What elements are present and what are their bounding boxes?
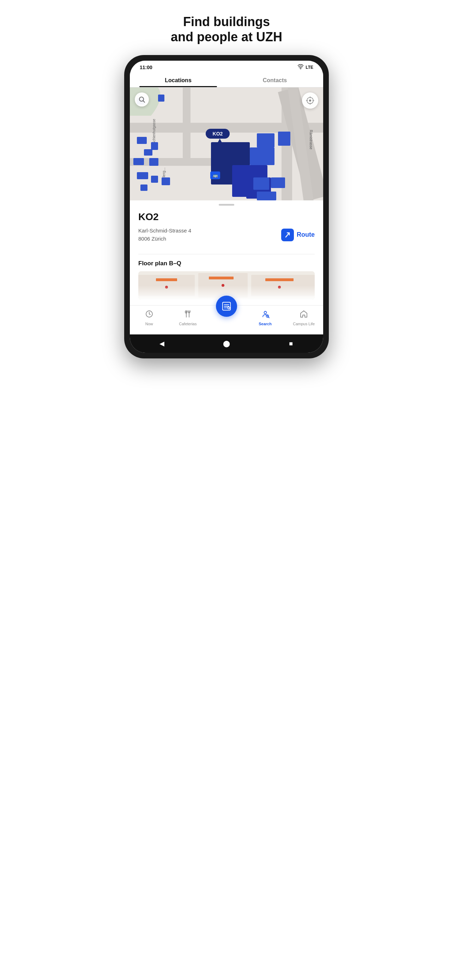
building-info: KO2 Karl-Schmid-Strasse 4 8006 Zürich	[130, 211, 323, 254]
nav-campus-life-label: Campus Life	[293, 322, 315, 326]
svg-line-37	[143, 101, 145, 103]
svg-line-62	[149, 314, 150, 315]
recents-button[interactable]: ■	[286, 339, 296, 348]
svg-line-67	[268, 317, 269, 318]
tab-locations[interactable]: Locations	[130, 72, 227, 87]
clock-icon	[145, 310, 153, 320]
building-name: KO2	[138, 211, 315, 223]
nav-cafeterias[interactable]: Cafeterias	[168, 308, 207, 328]
drag-handle	[219, 204, 234, 206]
svg-point-39	[309, 99, 311, 102]
phone-screen: 11:00 LTE Locations	[130, 60, 323, 353]
svg-rect-20	[278, 132, 290, 146]
phone-shell: 11:00 LTE Locations	[124, 55, 329, 358]
nav-campus-life[interactable]: Campus Life	[285, 308, 323, 328]
svg-text:Schienhutgasse: Schienhutgasse	[152, 119, 156, 144]
android-nav-bar: ◀ ⬤ ■	[130, 334, 323, 353]
nav-now[interactable]: Now	[130, 308, 168, 328]
floor-plan-preview[interactable]	[138, 271, 315, 299]
svg-point-65	[264, 312, 266, 314]
svg-rect-27	[257, 192, 276, 200]
search-person-icon	[261, 310, 270, 320]
svg-rect-17	[162, 177, 170, 185]
svg-rect-24	[250, 148, 275, 165]
svg-rect-4	[183, 88, 191, 158]
svg-rect-48	[156, 278, 177, 281]
status-icons: LTE	[298, 64, 313, 70]
svg-rect-10	[137, 137, 147, 144]
svg-rect-25	[253, 177, 269, 190]
route-button[interactable]: Route	[281, 229, 315, 241]
cafeteria-icon	[183, 310, 192, 320]
map-view[interactable]: Seilerg... Schienhutgasse Rämistrasse	[130, 88, 323, 200]
tab-contacts[interactable]: Contacts	[227, 72, 323, 87]
svg-text:🚌: 🚌	[213, 172, 218, 178]
svg-text:Rämistrasse: Rämistrasse	[309, 130, 313, 150]
svg-rect-49	[209, 277, 234, 279]
bottom-nav: Now Cafeterias	[130, 305, 323, 334]
svg-rect-16	[151, 176, 158, 183]
svg-rect-50	[265, 278, 294, 281]
status-time: 11:00	[140, 65, 153, 70]
svg-rect-13	[134, 158, 144, 165]
svg-rect-11	[151, 142, 158, 150]
campus-life-icon	[300, 310, 308, 320]
route-icon	[281, 229, 294, 241]
svg-rect-12	[144, 149, 153, 156]
home-button[interactable]: ⬤	[222, 339, 231, 348]
svg-rect-14	[149, 158, 158, 166]
svg-rect-29	[158, 95, 164, 102]
nav-now-label: Now	[145, 322, 153, 326]
nav-search-item[interactable]: Search	[246, 308, 285, 328]
search-fab[interactable]	[216, 296, 237, 317]
svg-text:KO2: KO2	[213, 131, 223, 137]
wifi-icon	[298, 64, 304, 70]
nav-search-label: Search	[259, 322, 272, 326]
svg-rect-26	[271, 177, 285, 188]
svg-rect-19	[257, 134, 275, 148]
floor-plan-title: Floor plan B–Q	[138, 260, 315, 267]
back-button[interactable]: ◀	[157, 339, 167, 348]
nav-cafeterias-label: Cafeterias	[179, 322, 197, 326]
svg-point-59	[228, 307, 230, 309]
building-details-row: Karl-Schmid-Strasse 4 8006 Zürich Route	[138, 227, 315, 243]
page-headline: Find buildings and people at UZH	[171, 14, 282, 45]
building-address: Karl-Schmid-Strasse 4 8006 Zürich	[138, 227, 191, 243]
status-bar: 11:00 LTE	[130, 60, 323, 72]
svg-rect-15	[137, 172, 148, 179]
svg-rect-18	[140, 185, 148, 191]
tab-bar: Locations Contacts	[130, 72, 323, 88]
lte-indicator: LTE	[305, 65, 313, 70]
